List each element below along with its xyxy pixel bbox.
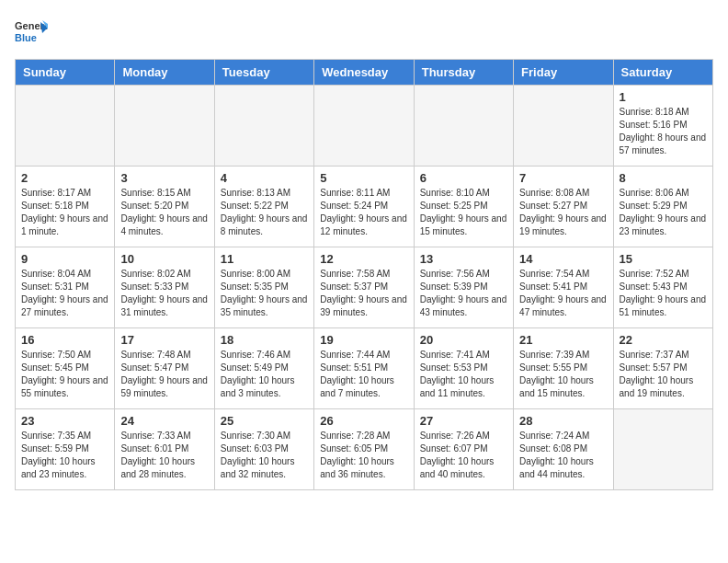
day-info: Sunrise: 8:13 AM Sunset: 5:22 PM Dayligh… (221, 187, 308, 238)
day-number: 10 (120, 252, 208, 266)
day-info: Sunrise: 7:56 AM Sunset: 5:39 PM Dayligh… (420, 268, 507, 319)
calendar-cell: 1Sunrise: 8:18 AM Sunset: 5:16 PM Daylig… (613, 86, 712, 167)
calendar-cell: 25Sunrise: 7:30 AM Sunset: 6:03 PM Dayli… (214, 409, 313, 490)
weekday-header-cell: Thursday (414, 60, 513, 86)
day-number: 4 (221, 171, 308, 185)
day-info: Sunrise: 7:26 AM Sunset: 6:07 PM Dayligh… (420, 430, 507, 481)
day-info: Sunrise: 8:18 AM Sunset: 5:16 PM Dayligh… (620, 106, 707, 157)
calendar-week-row: 23Sunrise: 7:35 AM Sunset: 5:59 PM Dayli… (16, 409, 713, 490)
calendar-cell: 11Sunrise: 8:00 AM Sunset: 5:35 PM Dayli… (214, 247, 313, 328)
calendar-cell: 16Sunrise: 7:50 AM Sunset: 5:45 PM Dayli… (16, 328, 115, 409)
calendar-cell (514, 86, 613, 167)
calendar-cell: 6Sunrise: 8:10 AM Sunset: 5:25 PM Daylig… (414, 167, 513, 247)
calendar-cell (16, 86, 115, 167)
day-info: Sunrise: 7:54 AM Sunset: 5:41 PM Dayligh… (519, 268, 607, 319)
calendar-week-row: 9Sunrise: 8:04 AM Sunset: 5:31 PM Daylig… (16, 247, 713, 328)
day-info: Sunrise: 7:50 AM Sunset: 5:45 PM Dayligh… (21, 349, 108, 400)
day-number: 16 (21, 333, 108, 347)
weekday-header-row: SundayMondayTuesdayWednesdayThursdayFrid… (16, 60, 713, 86)
day-number: 6 (420, 171, 507, 185)
day-number: 24 (120, 414, 208, 428)
calendar-cell: 27Sunrise: 7:26 AM Sunset: 6:07 PM Dayli… (414, 409, 513, 490)
day-number: 12 (320, 252, 407, 266)
calendar-cell: 9Sunrise: 8:04 AM Sunset: 5:31 PM Daylig… (16, 247, 115, 328)
day-number: 7 (519, 171, 607, 185)
svg-text:Blue: Blue (15, 32, 37, 43)
day-number: 2 (21, 171, 108, 185)
calendar-cell: 21Sunrise: 7:39 AM Sunset: 5:55 PM Dayli… (514, 328, 613, 409)
day-number: 3 (120, 171, 208, 185)
calendar-week-row: 2Sunrise: 8:17 AM Sunset: 5:18 PM Daylig… (16, 167, 713, 247)
calendar-body: 1Sunrise: 8:18 AM Sunset: 5:16 PM Daylig… (16, 86, 713, 490)
weekday-header-cell: Wednesday (314, 60, 414, 86)
calendar-cell: 3Sunrise: 8:15 AM Sunset: 5:20 PM Daylig… (115, 167, 214, 247)
calendar-cell: 19Sunrise: 7:44 AM Sunset: 5:51 PM Dayli… (314, 328, 414, 409)
day-info: Sunrise: 7:30 AM Sunset: 6:03 PM Dayligh… (221, 430, 308, 481)
calendar-cell: 23Sunrise: 7:35 AM Sunset: 5:59 PM Dayli… (16, 409, 115, 490)
calendar-cell (613, 409, 712, 490)
calendar-cell: 13Sunrise: 7:56 AM Sunset: 5:39 PM Dayli… (414, 247, 513, 328)
calendar-cell: 28Sunrise: 7:24 AM Sunset: 6:08 PM Dayli… (514, 409, 613, 490)
calendar-cell (414, 86, 513, 167)
day-number: 14 (519, 252, 607, 266)
calendar-cell (214, 86, 313, 167)
day-info: Sunrise: 8:04 AM Sunset: 5:31 PM Dayligh… (21, 268, 108, 319)
day-number: 17 (120, 333, 208, 347)
day-info: Sunrise: 8:15 AM Sunset: 5:20 PM Dayligh… (120, 187, 208, 238)
weekday-header-cell: Tuesday (214, 60, 313, 86)
calendar-week-row: 1Sunrise: 8:18 AM Sunset: 5:16 PM Daylig… (16, 86, 713, 167)
day-info: Sunrise: 7:58 AM Sunset: 5:37 PM Dayligh… (320, 268, 407, 319)
day-info: Sunrise: 7:41 AM Sunset: 5:53 PM Dayligh… (420, 349, 507, 400)
day-info: Sunrise: 7:48 AM Sunset: 5:47 PM Dayligh… (120, 349, 208, 400)
calendar-cell: 14Sunrise: 7:54 AM Sunset: 5:41 PM Dayli… (514, 247, 613, 328)
day-number: 20 (420, 333, 507, 347)
calendar-table: SundayMondayTuesdayWednesdayThursdayFrid… (15, 59, 713, 490)
calendar-cell: 12Sunrise: 7:58 AM Sunset: 5:37 PM Dayli… (314, 247, 414, 328)
day-number: 11 (221, 252, 308, 266)
calendar-cell: 22Sunrise: 7:37 AM Sunset: 5:57 PM Dayli… (613, 328, 712, 409)
day-number: 25 (221, 414, 308, 428)
day-info: Sunrise: 7:33 AM Sunset: 6:01 PM Dayligh… (120, 430, 208, 481)
header: General Blue (15, 15, 713, 48)
weekday-header-cell: Sunday (16, 60, 115, 86)
day-number: 13 (420, 252, 507, 266)
day-info: Sunrise: 8:02 AM Sunset: 5:33 PM Dayligh… (120, 268, 208, 319)
day-number: 21 (519, 333, 607, 347)
day-info: Sunrise: 8:00 AM Sunset: 5:35 PM Dayligh… (221, 268, 308, 319)
day-info: Sunrise: 7:37 AM Sunset: 5:57 PM Dayligh… (620, 349, 707, 400)
day-number: 1 (620, 90, 707, 104)
day-number: 18 (221, 333, 308, 347)
day-number: 28 (519, 414, 607, 428)
day-info: Sunrise: 7:39 AM Sunset: 5:55 PM Dayligh… (519, 349, 607, 400)
day-info: Sunrise: 7:28 AM Sunset: 6:05 PM Dayligh… (320, 430, 407, 481)
day-info: Sunrise: 7:35 AM Sunset: 5:59 PM Dayligh… (21, 430, 108, 481)
day-info: Sunrise: 7:52 AM Sunset: 5:43 PM Dayligh… (620, 268, 707, 319)
logo: General Blue (15, 15, 48, 48)
day-info: Sunrise: 8:10 AM Sunset: 5:25 PM Dayligh… (420, 187, 507, 238)
day-number: 22 (620, 333, 707, 347)
day-number: 5 (320, 171, 407, 185)
calendar-cell (314, 86, 414, 167)
day-number: 26 (320, 414, 407, 428)
calendar-cell (115, 86, 214, 167)
day-number: 15 (620, 252, 707, 266)
calendar-cell: 8Sunrise: 8:06 AM Sunset: 5:29 PM Daylig… (613, 167, 712, 247)
day-info: Sunrise: 7:46 AM Sunset: 5:49 PM Dayligh… (221, 349, 308, 400)
calendar-cell: 15Sunrise: 7:52 AM Sunset: 5:43 PM Dayli… (613, 247, 712, 328)
logo-icon: General Blue (15, 15, 48, 48)
day-info: Sunrise: 8:08 AM Sunset: 5:27 PM Dayligh… (519, 187, 607, 238)
calendar-cell: 18Sunrise: 7:46 AM Sunset: 5:49 PM Dayli… (214, 328, 313, 409)
day-info: Sunrise: 8:11 AM Sunset: 5:24 PM Dayligh… (320, 187, 407, 238)
day-number: 19 (320, 333, 407, 347)
calendar-cell: 20Sunrise: 7:41 AM Sunset: 5:53 PM Dayli… (414, 328, 513, 409)
calendar-cell: 26Sunrise: 7:28 AM Sunset: 6:05 PM Dayli… (314, 409, 414, 490)
calendar-cell: 17Sunrise: 7:48 AM Sunset: 5:47 PM Dayli… (115, 328, 214, 409)
day-info: Sunrise: 7:24 AM Sunset: 6:08 PM Dayligh… (519, 430, 607, 481)
weekday-header-cell: Friday (514, 60, 613, 86)
calendar-cell: 5Sunrise: 8:11 AM Sunset: 5:24 PM Daylig… (314, 167, 414, 247)
day-info: Sunrise: 7:44 AM Sunset: 5:51 PM Dayligh… (320, 349, 407, 400)
day-number: 8 (620, 171, 707, 185)
day-number: 27 (420, 414, 507, 428)
day-info: Sunrise: 8:17 AM Sunset: 5:18 PM Dayligh… (21, 187, 108, 238)
calendar-cell: 10Sunrise: 8:02 AM Sunset: 5:33 PM Dayli… (115, 247, 214, 328)
